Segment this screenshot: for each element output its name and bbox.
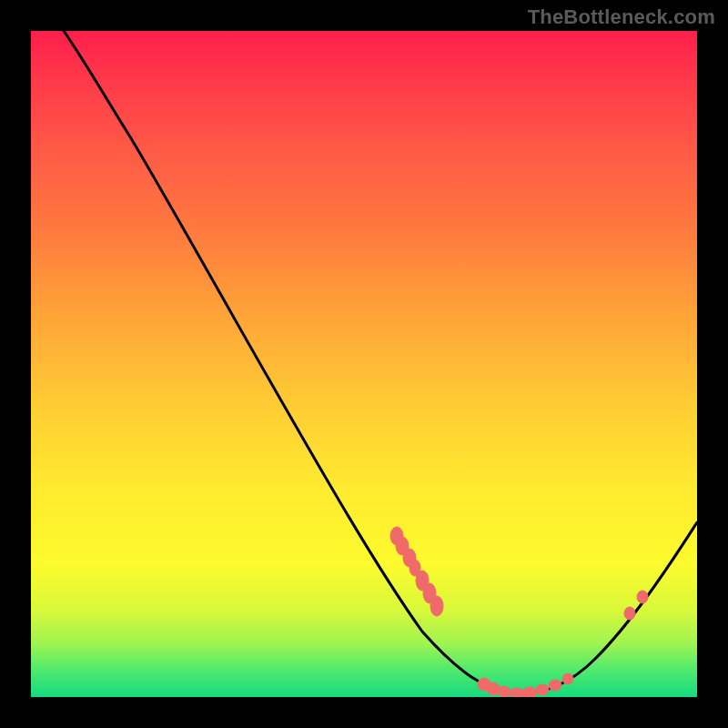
svg-point-12: [536, 684, 549, 695]
curve-path: [64, 31, 697, 693]
svg-point-15: [624, 607, 635, 620]
svg-point-9: [498, 686, 511, 697]
plot-area: [31, 31, 697, 697]
svg-point-6: [430, 596, 443, 616]
chart-frame: TheBottleneck.com: [0, 0, 728, 728]
marker-cluster-right: [624, 591, 648, 620]
svg-point-16: [637, 591, 648, 603]
watermark-text: TheBottleneck.com: [528, 5, 715, 29]
svg-point-14: [562, 673, 573, 684]
svg-point-11: [522, 687, 537, 697]
marker-cluster-trough: [478, 673, 573, 697]
marker-cluster-left: [390, 527, 443, 616]
svg-point-13: [549, 680, 561, 691]
bottleneck-curve: [31, 31, 697, 697]
